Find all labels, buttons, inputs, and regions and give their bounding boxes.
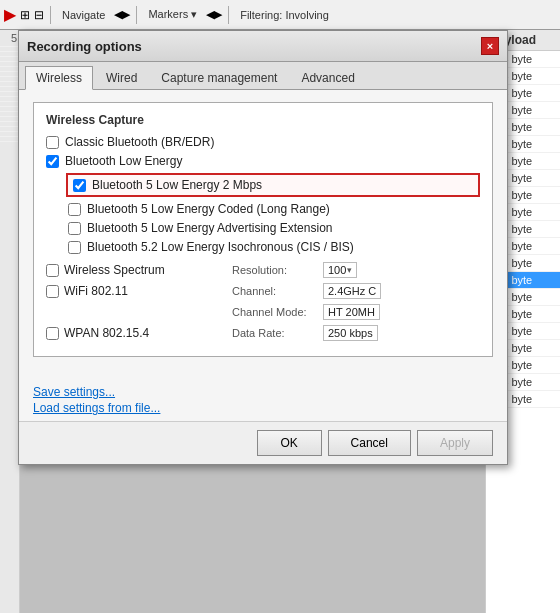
- tab-capture-management[interactable]: Capture management: [150, 66, 288, 89]
- load-settings-link[interactable]: Load settings from file...: [33, 401, 493, 415]
- separator2: [136, 6, 137, 24]
- channel-mode-row: Channel Mode: HT 20MH: [46, 304, 480, 320]
- bt-low-energy-checkbox[interactable]: [46, 155, 59, 168]
- dialog-titlebar: Recording options ×: [19, 31, 507, 62]
- save-settings-link[interactable]: Save settings...: [33, 385, 493, 399]
- resolution-label: Resolution:: [232, 264, 317, 276]
- dialog-footer: OK Cancel Apply: [19, 421, 507, 464]
- wireless-spectrum-label: Wireless Spectrum: [64, 263, 165, 277]
- bt52-le-iso-row: Bluetooth 5.2 Low Energy Isochronous (CI…: [68, 240, 480, 254]
- bt52-le-iso-label: Bluetooth 5.2 Low Energy Isochronous (CI…: [87, 240, 354, 254]
- cancel-button[interactable]: Cancel: [328, 430, 411, 456]
- close-button[interactable]: ×: [481, 37, 499, 55]
- tab-wireless[interactable]: Wireless: [25, 66, 93, 90]
- channel-label: Channel:: [232, 285, 317, 297]
- data-rate-label: Data Rate:: [232, 327, 317, 339]
- wifi-checkbox[interactable]: [46, 285, 59, 298]
- recording-options-dialog: Recording options × Wireless Wired Captu…: [18, 30, 508, 465]
- data-rate-value: 250 kbps: [323, 325, 378, 341]
- toolbar-icon4[interactable]: ◀▶: [114, 8, 130, 21]
- bt5-le-coded-checkbox[interactable]: [68, 203, 81, 216]
- filtering-btn[interactable]: Filtering: Involving: [235, 7, 334, 23]
- classic-bt-row: Classic Bluetooth (BR/EDR): [46, 135, 480, 149]
- toolbar-icon5[interactable]: ◀▶: [206, 8, 222, 21]
- classic-bt-label: Classic Bluetooth (BR/EDR): [65, 135, 214, 149]
- markers-btn[interactable]: Markers ▾: [143, 6, 202, 23]
- wpan-row: WPAN 802.15.4 Data Rate: 250 kbps: [46, 325, 480, 341]
- channel-value: 2.4GHz C: [323, 283, 381, 299]
- wifi-label: WiFi 802.11: [64, 284, 128, 298]
- wpan-label: WPAN 802.15.4: [64, 326, 149, 340]
- wpan-checkbox[interactable]: [46, 327, 59, 340]
- bt52-le-iso-checkbox[interactable]: [68, 241, 81, 254]
- channel-mode-value: HT 20MH: [323, 304, 380, 320]
- settings-links: Save settings... Load settings from file…: [19, 379, 507, 421]
- section-title: Wireless Capture: [46, 113, 480, 127]
- toolbar-icon1[interactable]: ▶: [4, 5, 16, 24]
- channel-mode-label: Channel Mode:: [232, 306, 317, 318]
- resolution-dropdown[interactable]: 100 ▾: [323, 262, 357, 278]
- bt5-le-2mbps-checkbox[interactable]: [73, 179, 86, 192]
- wifi-row: WiFi 802.11 Channel: 2.4GHz C: [46, 283, 480, 299]
- dialog-title: Recording options: [27, 39, 142, 54]
- apply-button[interactable]: Apply: [417, 430, 493, 456]
- wireless-spectrum-row: Wireless Spectrum Resolution: 100 ▾: [46, 262, 480, 278]
- separator1: [50, 6, 51, 24]
- tab-advanced[interactable]: Advanced: [290, 66, 365, 89]
- separator3: [228, 6, 229, 24]
- bt5-le-adv-label: Bluetooth 5 Low Energy Advertising Exten…: [87, 221, 332, 235]
- toolbar-icon3[interactable]: ⊟: [34, 8, 44, 22]
- bt5-le-adv-checkbox[interactable]: [68, 222, 81, 235]
- resolution-value: 100: [328, 264, 346, 276]
- bt5-le-adv-row: Bluetooth 5 Low Energy Advertising Exten…: [68, 221, 480, 235]
- wireless-spectrum-checkbox[interactable]: [46, 264, 59, 277]
- ok-button[interactable]: OK: [257, 430, 322, 456]
- classic-bt-checkbox[interactable]: [46, 136, 59, 149]
- row-numbers: 5: [0, 30, 20, 613]
- resolution-arrow-icon: ▾: [347, 265, 352, 275]
- bt5-le-2mbps-row: Bluetooth 5 Low Energy 2 Mbps: [66, 173, 480, 197]
- tab-bar: Wireless Wired Capture management Advanc…: [19, 62, 507, 90]
- tab-wired[interactable]: Wired: [95, 66, 148, 89]
- toolbar-icon2[interactable]: ⊞: [20, 8, 30, 22]
- bt5-le-2mbps-label: Bluetooth 5 Low Energy 2 Mbps: [92, 178, 262, 192]
- bt-low-energy-label: Bluetooth Low Energy: [65, 154, 182, 168]
- navigate-btn[interactable]: Navigate: [57, 7, 110, 23]
- bt5-le-coded-label: Bluetooth 5 Low Energy Coded (Long Range…: [87, 202, 330, 216]
- toolbar: ▶ ⊞ ⊟ Navigate ◀▶ Markers ▾ ◀▶ Filtering…: [0, 0, 560, 30]
- bt5-le-coded-row: Bluetooth 5 Low Energy Coded (Long Range…: [68, 202, 480, 216]
- modal-content: Wireless Capture Classic Bluetooth (BR/E…: [19, 90, 507, 379]
- bt-low-energy-row: Bluetooth Low Energy: [46, 154, 480, 168]
- wireless-capture-section: Wireless Capture Classic Bluetooth (BR/E…: [33, 102, 493, 357]
